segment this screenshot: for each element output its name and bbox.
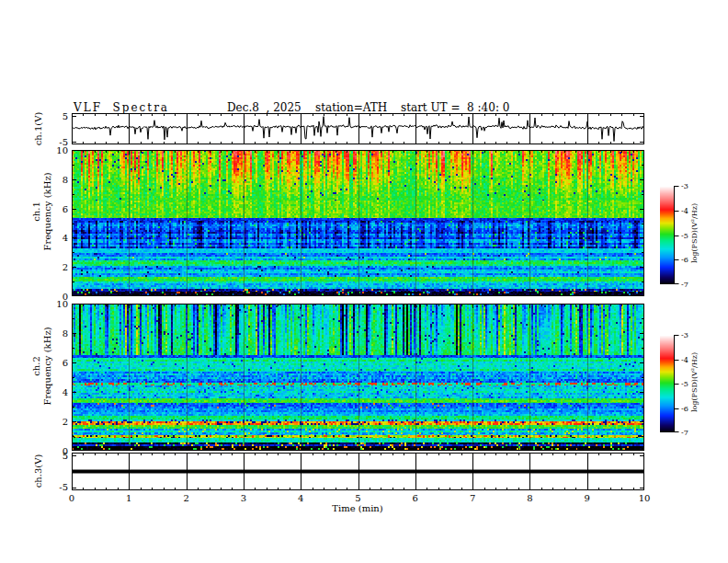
ch3-waveform-canvas bbox=[72, 453, 644, 490]
ch3-waveform-panel bbox=[72, 453, 644, 490]
ch1-waveform-panel bbox=[72, 113, 644, 144]
tick-label: 9 bbox=[576, 493, 598, 503]
tick-label: 4 bbox=[290, 493, 312, 503]
tick-label: 6 bbox=[404, 493, 427, 503]
colorbar-tick-label: -4 bbox=[681, 356, 688, 364]
tick-label: 8 bbox=[518, 493, 540, 503]
ch3-wave-ylabel: ch.3(V) bbox=[33, 416, 44, 526]
colorbar-ch1-canvas bbox=[660, 186, 679, 284]
tick-label: 2 bbox=[37, 417, 68, 427]
colorbar-tick-label: -4 bbox=[681, 207, 688, 215]
ch2-spectrogram-canvas bbox=[72, 304, 644, 451]
tick-label: 7 bbox=[461, 493, 483, 503]
colorbar-tick-label: -7 bbox=[681, 429, 688, 437]
header-station: station=ATH bbox=[315, 101, 387, 114]
tick-label: 10 bbox=[37, 299, 68, 309]
page-title: VLF Spectra bbox=[74, 101, 169, 114]
colorbar-ch1-label: log(PSD)(V²/Hz) bbox=[690, 183, 699, 284]
colorbar-tick-label: -7 bbox=[681, 281, 688, 289]
colorbar-ch2 bbox=[660, 335, 679, 432]
ch1-spectrogram-canvas bbox=[72, 150, 644, 296]
tick-label: 10 bbox=[37, 145, 68, 155]
colorbar-ch2-canvas bbox=[660, 335, 679, 432]
colorbar-tick-label: -6 bbox=[681, 405, 688, 413]
colorbar-tick-label: -3 bbox=[681, 182, 688, 190]
ch2-spectrogram-panel bbox=[72, 304, 644, 451]
colorbar-tick-label: -5 bbox=[681, 232, 688, 240]
colorbar-tick-label: -5 bbox=[681, 380, 688, 388]
header-start-ut: start UT = 8 :40: 0 bbox=[401, 101, 509, 114]
tick-label: 0 bbox=[61, 493, 83, 503]
tick-label: 2 bbox=[176, 493, 198, 503]
tick-label: 1 bbox=[118, 493, 140, 503]
colorbar-ch2-label: log(PSD)(V²/Hz) bbox=[690, 332, 699, 433]
colorbar-tick-label: -3 bbox=[681, 331, 688, 339]
tick-label: 2 bbox=[37, 262, 68, 272]
tick-label: 10 bbox=[633, 493, 655, 503]
vlf-spectra-page: VLF Spectra Dec.8 , 2025 station=ATH sta… bbox=[0, 0, 728, 563]
colorbar-tick-label: -6 bbox=[681, 256, 688, 264]
tick-label: 6 bbox=[37, 204, 68, 214]
ch1-spectrogram-panel bbox=[72, 150, 644, 296]
tick-label: 8 bbox=[37, 175, 68, 185]
tick-label: 5 bbox=[347, 493, 370, 503]
time-axis-label: Time (min) bbox=[302, 503, 413, 513]
tick-label: 0 bbox=[37, 446, 68, 456]
tick-label: -5 bbox=[37, 482, 68, 492]
tick-label: 5 bbox=[37, 111, 68, 121]
header-date: Dec.8 , 2025 bbox=[227, 101, 301, 114]
tick-label: 4 bbox=[37, 233, 68, 243]
tick-label: 3 bbox=[233, 493, 255, 503]
colorbar-ch1 bbox=[660, 186, 679, 284]
ch1-waveform-canvas bbox=[72, 113, 644, 144]
tick-label: 6 bbox=[37, 358, 68, 368]
tick-label: 4 bbox=[37, 387, 68, 397]
tick-label: 8 bbox=[37, 328, 68, 339]
